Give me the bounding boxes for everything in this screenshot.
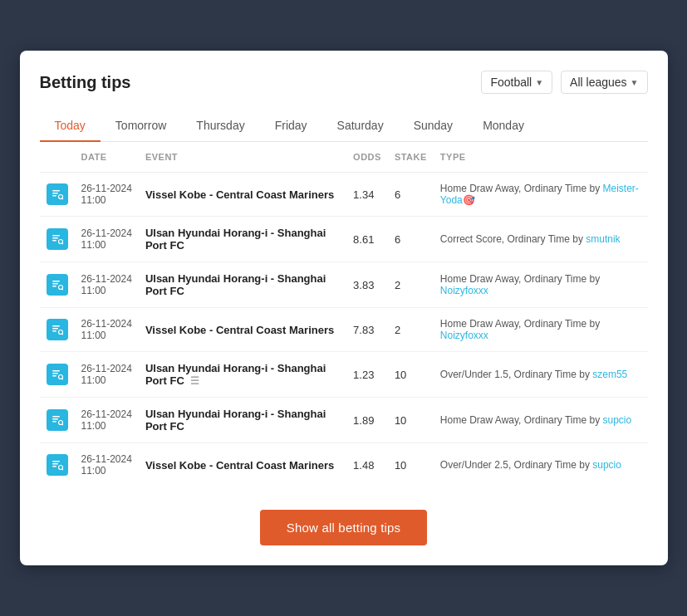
- stake-cell: 10: [388, 398, 434, 443]
- table-row: 26-11-202411:00Vissel Kobe - Central Coa…: [40, 308, 648, 352]
- sport-filter-label: Football: [490, 76, 532, 89]
- event-cell: Ulsan Hyundai Horang-i - Shanghai Port F…: [139, 352, 346, 398]
- col-date: DATE: [75, 142, 139, 173]
- col-icon: [40, 142, 75, 173]
- table-row: 26-11-202411:00Ulsan Hyundai Horang-i - …: [40, 352, 648, 398]
- type-cell: Home Draw Away, Ordinary Time by Meister…: [434, 173, 648, 217]
- tip-icon: [47, 364, 68, 385]
- svg-rect-27: [52, 421, 56, 423]
- sport-filter[interactable]: Football ▼: [481, 71, 552, 94]
- league-filter[interactable]: All leagues ▼: [561, 71, 647, 94]
- chevron-down-icon: ▼: [535, 78, 543, 87]
- tab-sunday[interactable]: Sunday: [399, 110, 468, 142]
- type-cell: Over/Under 1.5, Ordinary Time by szem55: [434, 352, 648, 398]
- svg-rect-7: [52, 240, 56, 242]
- svg-rect-1: [52, 193, 58, 194]
- svg-rect-25: [52, 416, 60, 418]
- col-event: EVENT: [139, 142, 346, 173]
- svg-rect-22: [52, 375, 56, 377]
- date-cell: 26-11-202411:00: [75, 217, 139, 262]
- svg-rect-26: [52, 418, 58, 420]
- tip-icon: [47, 454, 68, 476]
- svg-rect-10: [52, 281, 60, 282]
- author-link[interactable]: smutnik: [586, 233, 620, 245]
- odds-cell: 1.89: [346, 398, 388, 443]
- page-title: Betting tips: [40, 73, 131, 92]
- type-cell: Correct Score, Ordinary Time by smutnik: [434, 217, 648, 262]
- svg-rect-21: [52, 373, 58, 374]
- odds-cell: 1.48: [346, 443, 388, 487]
- type-cell: Over/Under 2.5, Ordinary Time by supcio: [434, 443, 648, 487]
- odds-cell: 7.83: [346, 308, 388, 352]
- svg-line-24: [62, 379, 63, 380]
- table-row: 26-11-202411:00Ulsan Hyundai Horang-i - …: [40, 262, 648, 308]
- svg-rect-5: [52, 235, 60, 237]
- show-all-wrapper: Show all betting tips: [40, 510, 648, 545]
- league-filter-label: All leagues: [570, 76, 627, 89]
- date-cell: 26-11-202411:00: [75, 308, 139, 352]
- tips-table: DATE EVENT ODDS STAKE TYPE 26-11-202411:…: [40, 142, 648, 486]
- tip-icon: [47, 409, 68, 431]
- tip-icon-cell: [40, 173, 75, 217]
- tip-icon-cell: [40, 398, 75, 443]
- svg-rect-32: [52, 466, 56, 467]
- table-row: 26-11-202411:00Ulsan Hyundai Horang-i - …: [40, 217, 648, 262]
- tab-saturday[interactable]: Saturday: [322, 110, 399, 142]
- author-link[interactable]: Noizyfoxxx: [440, 330, 488, 341]
- stake-cell: 6: [388, 217, 434, 262]
- event-cell: Ulsan Hyundai Horang-i - Shanghai Port F…: [139, 262, 346, 308]
- list-icon: ☰: [190, 375, 199, 387]
- tip-icon-cell: [40, 308, 75, 352]
- author-link[interactable]: supcio: [592, 459, 621, 471]
- date-cell: 26-11-202411:00: [75, 173, 139, 217]
- stake-cell: 10: [388, 443, 434, 487]
- svg-rect-6: [52, 237, 58, 239]
- tab-today[interactable]: Today: [40, 110, 101, 142]
- svg-rect-0: [52, 190, 60, 192]
- table-row: 26-11-202411:00Vissel Kobe - Central Coa…: [40, 173, 648, 217]
- tabs-bar: Today Tomorrow Thursday Friday Saturday …: [40, 110, 648, 142]
- author-link[interactable]: szem55: [592, 369, 627, 380]
- odds-cell: 1.23: [346, 352, 388, 398]
- tab-monday[interactable]: Monday: [468, 110, 539, 142]
- chevron-down-icon: ▼: [631, 78, 639, 87]
- date-cell: 26-11-202411:00: [75, 352, 139, 398]
- stake-cell: 10: [388, 352, 434, 398]
- svg-line-29: [62, 424, 63, 426]
- stake-cell: 6: [388, 173, 434, 217]
- tab-friday[interactable]: Friday: [260, 110, 322, 142]
- svg-line-34: [62, 469, 63, 471]
- betting-tips-card: Betting tips Football ▼ All leagues ▼ To…: [20, 51, 668, 565]
- tip-icon: [47, 274, 68, 296]
- type-cell: Home Draw Away, Ordinary Time by Noizyfo…: [434, 262, 648, 308]
- svg-rect-20: [52, 370, 60, 372]
- tab-tomorrow[interactable]: Tomorrow: [101, 110, 181, 142]
- event-cell: Ulsan Hyundai Horang-i - Shanghai Port F…: [139, 398, 346, 443]
- svg-rect-2: [52, 195, 56, 197]
- tip-icon-cell: [40, 262, 75, 308]
- stake-cell: 2: [388, 308, 434, 352]
- svg-rect-17: [52, 330, 56, 332]
- date-cell: 26-11-202411:00: [75, 398, 139, 443]
- date-cell: 26-11-202411:00: [75, 443, 139, 487]
- author-link[interactable]: Noizyfoxxx: [440, 285, 488, 296]
- svg-rect-31: [52, 463, 58, 465]
- author-link[interactable]: supcio: [602, 414, 631, 426]
- event-cell: Vissel Kobe - Central Coast Mariners: [139, 173, 346, 217]
- author-link[interactable]: Meister-Yoda🎯: [440, 183, 639, 206]
- stake-cell: 2: [388, 262, 434, 308]
- tab-thursday[interactable]: Thursday: [181, 110, 259, 142]
- header-filters: Football ▼ All leagues ▼: [481, 71, 647, 94]
- show-all-button[interactable]: Show all betting tips: [260, 510, 428, 545]
- event-cell: Vissel Kobe - Central Coast Mariners: [139, 443, 346, 487]
- type-cell: Home Draw Away, Ordinary Time by Noizyfo…: [434, 308, 648, 352]
- svg-line-19: [62, 334, 63, 335]
- svg-rect-11: [52, 283, 58, 285]
- svg-rect-12: [52, 286, 56, 287]
- tip-icon-cell: [40, 217, 75, 262]
- svg-rect-30: [52, 461, 60, 462]
- event-cell: Vissel Kobe - Central Coast Mariners: [139, 308, 346, 352]
- odds-cell: 1.34: [346, 173, 388, 217]
- svg-rect-15: [52, 325, 60, 327]
- tip-icon: [47, 228, 68, 250]
